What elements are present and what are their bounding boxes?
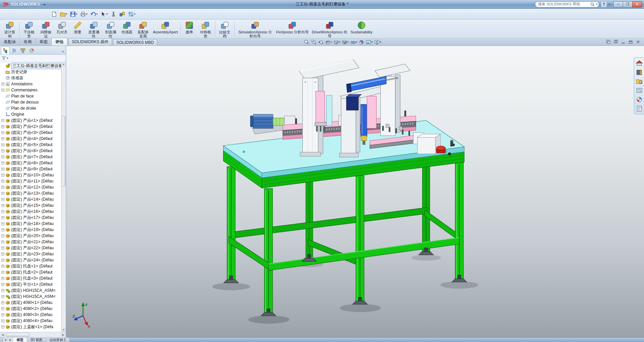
tree-item[interactable]: +(固定) 平台<1> (Défaut (1, 281, 61, 287)
view-settings-button[interactable]: ▾ (374, 39, 382, 45)
new-window-button[interactable] (606, 39, 611, 44)
tree-item[interactable]: +(固定) HGH15CA_ASM< (1, 287, 61, 293)
ribbon-assemblyxpert-button[interactable]: AssemblyXpert (152, 20, 179, 38)
panel-tab-property-manager[interactable] (10, 47, 18, 54)
tree-item[interactable]: +(固定) 产品<2> (Défaut (1, 123, 61, 130)
expand-plus-icon[interactable]: + (1, 295, 4, 298)
ribbon-curvature-button[interactable]: 曲率 (182, 20, 197, 38)
tab-scroll-right-icon[interactable]: ▶ (8, 338, 13, 342)
tree-item[interactable]: +(固定) 产品<3> (Défaut (1, 130, 61, 136)
dropdown-arrow-icon[interactable]: ▾ (86, 12, 87, 16)
tree-item[interactable]: +(固定) 4080<4> (Défau (1, 318, 61, 324)
tree-item[interactable]: +(固定) 托盘<1> (Défaut (1, 263, 61, 269)
display-style-button[interactable]: ▾ (341, 39, 349, 45)
tree-item[interactable]: +(固定) 产品<22> (Défau (1, 245, 61, 251)
expand-plus-icon[interactable]: + (1, 168, 4, 171)
help-search-input[interactable]: 搜索 SOLIDWORKS 帮助 ▾ (535, 1, 599, 7)
ribbon-clearance-button[interactable]: 间隙验证 (37, 20, 54, 38)
expand-plus-icon[interactable]: + (1, 234, 4, 237)
tab-SOLIDWORKS MBD[interactable]: SOLIDWORKS MBD (113, 39, 157, 46)
tab-装配体[interactable]: 装配体 (0, 38, 20, 46)
scroll-left-icon[interactable]: ◀ (0, 333, 5, 337)
search-icon[interactable] (590, 2, 595, 7)
expand-plus-icon[interactable]: + (1, 216, 4, 219)
tab-布局[interactable]: 布局 (20, 38, 36, 46)
tree-item[interactable]: +AAnnotations (1, 81, 61, 87)
expand-plus-icon[interactable]: + (1, 125, 4, 128)
edit-appearance-button[interactable] (358, 39, 365, 45)
expand-plus-icon[interactable]: + (1, 277, 4, 280)
expand-plus-icon[interactable]: + (1, 192, 4, 195)
expand-plus-icon[interactable]: + (1, 198, 4, 201)
expand-plus-icon[interactable]: + (1, 83, 4, 86)
tree-item[interactable]: +(固定) 产品<18> (Défau (1, 221, 61, 227)
tree-item[interactable]: +(固定) 产品<9> (Défaut (1, 166, 61, 172)
previous-view-button[interactable] (317, 39, 324, 45)
ribbon-floxpress-button[interactable]: FloXpress 分析向导 (275, 20, 310, 38)
expand-plus-icon[interactable]: + (1, 325, 4, 329)
expand-plus-icon[interactable]: + (1, 180, 4, 183)
dropdown-arrow-icon[interactable]: ▾ (356, 40, 357, 44)
expand-plus-icon[interactable]: + (1, 155, 4, 159)
dropdown-arrow-icon[interactable]: ▾ (106, 12, 108, 16)
solidworks-resources-button[interactable] (636, 60, 643, 66)
open-button[interactable]: ▾ (59, 10, 68, 19)
close-button[interactable] (636, 39, 641, 44)
apply-scene-button[interactable]: ▾ (365, 39, 373, 45)
expand-plus-icon[interactable]: + (1, 253, 4, 256)
zoom-to-fit-button[interactable] (303, 39, 310, 45)
custom-properties-button[interactable] (636, 105, 643, 112)
tree-item[interactable]: +(固定) 产品<5> (Défaut (1, 142, 61, 148)
help-button[interactable]: ? (601, 1, 607, 7)
tree-item[interactable]: 传感器 (1, 75, 61, 81)
dropdown-arrow-icon[interactable]: ▾ (330, 40, 332, 44)
view-palette-button[interactable] (636, 87, 643, 94)
design-library-button[interactable] (636, 69, 643, 76)
expand-plus-icon[interactable]: + (1, 247, 4, 250)
undo-button[interactable]: ▾ (89, 10, 99, 19)
expand-plus-icon[interactable]: + (1, 222, 4, 225)
scroll-up-icon[interactable]: ▲ (61, 62, 66, 66)
select-button[interactable]: ▾ (99, 10, 109, 19)
tree-item[interactable]: +(固定) 托盘<3> (Défaut (1, 275, 61, 281)
expand-plus-icon[interactable]: + (1, 186, 4, 189)
dropdown-arrow-icon[interactable]: ▾ (339, 40, 340, 44)
tree-item[interactable]: +(固定) HGH15CA_ASM< (1, 293, 61, 300)
splitter-handle[interactable] (0, 338, 3, 342)
file-explorer-button[interactable] (636, 78, 643, 85)
zoom-to-area-button[interactable] (310, 39, 317, 45)
tree-item[interactable]: Plan de dessus (1, 99, 61, 105)
tree-item[interactable]: +(固定) 产品<15> (Défau (1, 202, 61, 208)
tree-item[interactable]: +(固定) 4080<1> (Défau (1, 300, 61, 306)
ribbon-section-properties-button[interactable]: 剖面属性 (102, 20, 119, 38)
restore-button[interactable]: ❐ (623, 1, 633, 7)
tree-item[interactable]: +(固定) 产品<14> (Défau (1, 196, 61, 202)
expand-plus-icon[interactable]: + (1, 319, 4, 322)
tree-item[interactable]: +(固定) 产品<6> (Défaut (1, 148, 61, 154)
scroll-right-icon[interactable]: ▶ (61, 333, 65, 337)
expand-plus-icon[interactable]: + (1, 301, 4, 304)
tree-item[interactable]: Plan de face (1, 93, 61, 99)
tree-item[interactable]: +(固定) 产品<1> (Défaut (1, 117, 61, 123)
tree-item[interactable]: +(固定) 产品<17> (Défau (1, 215, 61, 221)
search-dropdown-icon[interactable]: ▾ (596, 3, 597, 6)
expand-plus-icon[interactable]: + (1, 271, 4, 274)
section-view-button[interactable]: ▾ (324, 39, 332, 45)
expand-plus-icon[interactable]: + (1, 131, 4, 134)
new-document-button[interactable] (50, 10, 58, 19)
tree-item[interactable]: Origine (1, 111, 61, 117)
tree-item[interactable]: 三工位-插座去毛刺打磨设备 (1, 63, 61, 69)
tree-horizontal-scrollbar[interactable]: ◀ ▶ (0, 332, 66, 337)
motion-tab-模型[interactable]: 模型 (13, 338, 27, 342)
dropdown-arrow-icon[interactable]: ▾ (371, 40, 373, 44)
panel-tab-display-manager[interactable] (27, 47, 36, 54)
scroll-down-icon[interactable]: ▼ (61, 327, 66, 332)
save-button[interactable]: ▾ (69, 10, 78, 19)
tree-item[interactable]: +(固定) 产品<11> (Défau (1, 178, 61, 184)
tree-item[interactable]: +(固定) 产品<16> (Défau (1, 208, 61, 215)
expand-plus-icon[interactable]: + (1, 283, 4, 286)
expand-plus-icon[interactable]: + (1, 265, 4, 268)
tree-item[interactable]: +(固定) 产品<10> (Défau (1, 172, 61, 178)
expand-plus-icon[interactable]: + (1, 149, 4, 152)
tab-草图[interactable]: 草图 (36, 38, 52, 46)
